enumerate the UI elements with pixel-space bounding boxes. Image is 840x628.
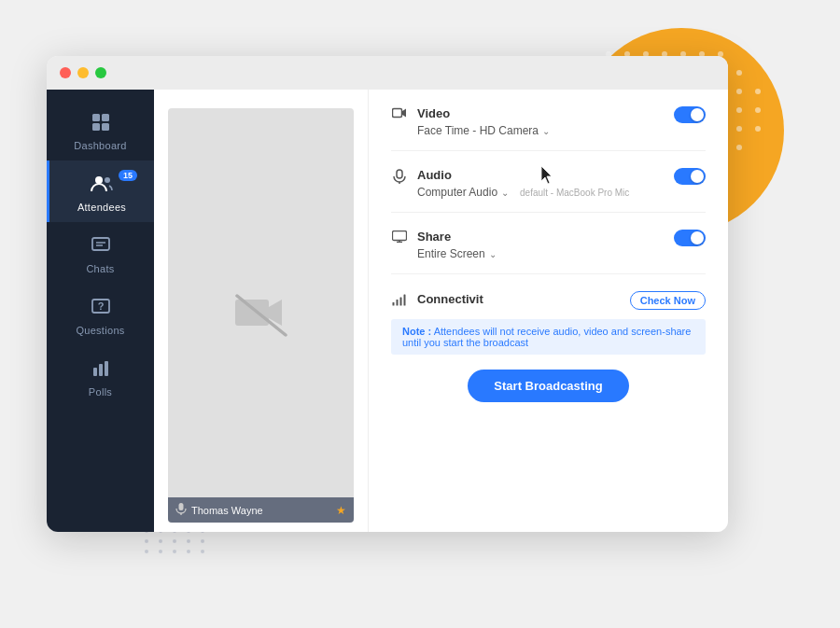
sidebar-item-attendees[interactable]: 15 Attendees bbox=[47, 160, 154, 222]
questions-label: Questions bbox=[76, 325, 124, 336]
questions-icon: ? bbox=[91, 297, 111, 320]
settings-panel: Video Face Time - HD Camera ⌄ bbox=[369, 90, 728, 532]
svg-point-4 bbox=[95, 176, 103, 184]
maximize-button[interactable] bbox=[95, 67, 106, 78]
sidebar: Dashboard 15 Attendees bbox=[47, 90, 154, 532]
svg-rect-19 bbox=[397, 170, 402, 178]
chats-label: Chats bbox=[86, 263, 114, 274]
close-button[interactable] bbox=[60, 67, 71, 78]
note-bar: Note : Attendees will not receive audio,… bbox=[391, 319, 706, 355]
polls-icon bbox=[91, 358, 111, 382]
svg-rect-18 bbox=[393, 109, 402, 118]
svg-rect-0 bbox=[92, 114, 100, 121]
audio-device-row: Computer Audio ⌄ default - MacBook Pro M… bbox=[417, 186, 674, 199]
polls-label: Polls bbox=[89, 386, 112, 398]
connectivity-icon bbox=[391, 293, 408, 309]
app-window: Dashboard 15 Attendees bbox=[47, 56, 728, 532]
svg-rect-3 bbox=[102, 123, 109, 131]
audio-setting-icon bbox=[391, 169, 408, 187]
audio-setting-info: Audio Computer Audio ⌄ default - MacBook… bbox=[417, 168, 674, 199]
video-toggle[interactable] bbox=[674, 106, 706, 123]
video-off-icon bbox=[233, 292, 289, 339]
sidebar-item-dashboard[interactable]: Dashboard bbox=[47, 99, 154, 160]
svg-rect-14 bbox=[235, 300, 269, 326]
svg-rect-26 bbox=[400, 298, 402, 306]
share-device-text: Entire Screen bbox=[417, 247, 485, 260]
share-toggle-area bbox=[674, 230, 706, 246]
svg-rect-13 bbox=[105, 361, 108, 376]
dashboard-label: Dashboard bbox=[74, 140, 127, 151]
svg-rect-16 bbox=[179, 503, 184, 510]
audio-toggle-knob bbox=[691, 170, 704, 183]
titlebar bbox=[47, 56, 728, 90]
connectivity-title: Connectivit bbox=[417, 292, 483, 306]
attendees-label: Attendees bbox=[77, 202, 126, 213]
user-name-text: Thomas Wayne bbox=[191, 505, 331, 516]
sidebar-item-questions[interactable]: ? Questions bbox=[47, 284, 154, 345]
traffic-lights bbox=[60, 67, 106, 78]
chats-icon bbox=[91, 235, 111, 258]
sidebar-item-chats[interactable]: Chats bbox=[47, 222, 154, 284]
user-name-bar: Thomas Wayne ★ bbox=[168, 497, 354, 523]
video-toggle-area bbox=[674, 106, 706, 123]
sidebar-item-polls[interactable]: Polls bbox=[47, 345, 154, 407]
svg-rect-24 bbox=[393, 302, 395, 306]
video-device-row: Face Time - HD Camera ⌄ bbox=[417, 124, 674, 137]
svg-point-5 bbox=[105, 177, 110, 183]
svg-rect-12 bbox=[99, 364, 103, 376]
audio-setting-title: Audio bbox=[417, 168, 674, 182]
note-text: Attendees will not receive audio, video … bbox=[402, 326, 691, 348]
svg-rect-2 bbox=[92, 123, 100, 131]
video-setting-icon bbox=[391, 107, 408, 122]
svg-rect-27 bbox=[404, 295, 406, 306]
share-chevron: ⌄ bbox=[489, 249, 497, 259]
attendees-badge: 15 bbox=[119, 170, 137, 181]
video-setting-info: Video Face Time - HD Camera ⌄ bbox=[417, 106, 674, 137]
window-body: Dashboard 15 Attendees bbox=[47, 90, 728, 532]
share-toggle-knob bbox=[691, 231, 704, 244]
mic-off-icon bbox=[175, 502, 187, 518]
share-setting-title: Share bbox=[417, 230, 674, 244]
note-prefix: Note : bbox=[402, 326, 431, 337]
svg-rect-11 bbox=[93, 368, 97, 376]
share-setting-icon bbox=[391, 230, 408, 245]
connectivity-row: Connectivit Check Now bbox=[391, 291, 706, 310]
audio-default-label: default - MacBook Pro Mic bbox=[520, 188, 629, 198]
video-setting-row: Video Face Time - HD Camera ⌄ bbox=[391, 106, 706, 151]
share-device-row: Entire Screen ⌄ bbox=[417, 247, 674, 260]
svg-rect-25 bbox=[397, 300, 399, 306]
video-toggle-knob bbox=[691, 108, 704, 121]
audio-setting-row: Audio Computer Audio ⌄ default - MacBook… bbox=[391, 168, 706, 213]
svg-rect-21 bbox=[393, 231, 407, 241]
svg-rect-6 bbox=[92, 238, 109, 250]
start-broadcasting-button[interactable]: Start Broadcasting bbox=[468, 370, 628, 402]
crown-icon: ★ bbox=[336, 504, 346, 517]
attendees-icon bbox=[91, 174, 113, 197]
video-setting-title: Video bbox=[417, 106, 674, 120]
svg-text:?: ? bbox=[97, 300, 104, 312]
video-preview: Thomas Wayne ★ bbox=[168, 108, 354, 523]
check-now-button[interactable]: Check Now bbox=[630, 291, 706, 310]
audio-toggle[interactable] bbox=[674, 168, 706, 185]
video-chevron: ⌄ bbox=[542, 126, 550, 136]
share-setting-row: Share Entire Screen ⌄ bbox=[391, 230, 706, 274]
audio-toggle-area bbox=[674, 168, 706, 185]
video-panel: Thomas Wayne ★ bbox=[154, 90, 369, 532]
minimize-button[interactable] bbox=[77, 67, 89, 78]
main-content: Thomas Wayne ★ Video bbox=[154, 90, 728, 532]
video-device-text: Face Time - HD Camera bbox=[417, 124, 539, 137]
svg-rect-1 bbox=[102, 114, 109, 121]
share-setting-info: Share Entire Screen ⌄ bbox=[417, 230, 674, 260]
share-toggle[interactable] bbox=[674, 230, 706, 246]
audio-device-text: Computer Audio bbox=[417, 186, 497, 199]
audio-chevron: ⌄ bbox=[501, 188, 509, 198]
dashboard-icon bbox=[91, 112, 111, 135]
